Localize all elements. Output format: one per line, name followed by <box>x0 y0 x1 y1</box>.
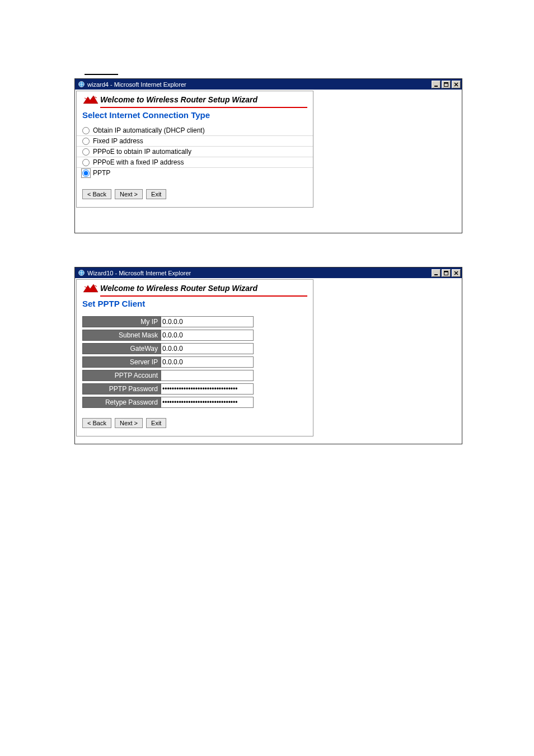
maximize-button[interactable] <box>442 81 451 88</box>
label-gateway: GateWay <box>82 343 161 354</box>
label-myip: My IP <box>82 316 161 327</box>
ie-icon <box>77 269 85 277</box>
back-button[interactable]: < Back <box>82 418 111 428</box>
section-heading: Set PPTP Client <box>77 299 313 312</box>
content-panel: Welcome to Wireless Router Setup Wizard … <box>76 279 313 436</box>
ie-icon <box>77 81 85 88</box>
titlebar: wizard4 - Microsoft Internet Explorer <box>75 79 462 90</box>
minimize-button[interactable] <box>432 269 441 277</box>
next-button[interactable]: Next > <box>115 418 143 428</box>
input-serverip[interactable] <box>161 356 254 368</box>
window-wizard4: wizard4 - Microsoft Internet Explorer We… <box>74 78 462 233</box>
option-label: PPPoE with a fixed IP address <box>93 158 184 166</box>
close-button[interactable] <box>452 81 461 88</box>
exit-button[interactable]: Exit <box>146 418 166 428</box>
window-title: wizard4 - Microsoft Internet Explorer <box>87 81 432 88</box>
close-button[interactable] <box>452 269 461 277</box>
svg-rect-7 <box>444 271 448 272</box>
red-divider <box>100 295 307 297</box>
svg-rect-5 <box>434 274 438 275</box>
connection-options: Obtain IP automatically (DHCP client) Fi… <box>77 123 313 184</box>
option-pppoe-fixed[interactable]: PPPoE with a fixed IP address <box>77 157 313 168</box>
option-pppoe-auto[interactable]: PPPoE to obtain IP automatically <box>77 147 313 157</box>
minimize-button[interactable] <box>432 81 441 88</box>
label-serverip: Server IP <box>82 356 161 368</box>
content-panel: Welcome to Wireless Router Setup Wizard … <box>76 91 313 208</box>
input-myip[interactable] <box>161 316 254 327</box>
label-password: PPTP Password <box>82 383 161 395</box>
option-fixed-ip[interactable]: Fixed IP address <box>77 136 313 147</box>
back-button[interactable]: < Back <box>82 189 111 199</box>
label-subnet: Subnet Mask <box>82 330 161 341</box>
input-gateway[interactable] <box>161 343 254 354</box>
exit-button[interactable]: Exit <box>146 189 166 199</box>
svg-rect-1 <box>434 86 438 87</box>
option-dhcp[interactable]: Obtain IP automatically (DHCP client) <box>77 125 313 136</box>
radio-fixed-ip[interactable] <box>82 138 90 145</box>
radio-pppoe-fixed[interactable] <box>82 159 90 166</box>
option-pptp[interactable]: PPTP <box>77 168 313 178</box>
option-label: PPPoE to obtain IP automatically <box>93 148 191 156</box>
window-title: Wizard10 - Microsoft Internet Explorer <box>87 270 432 276</box>
section-heading: Select Internet Connection Type <box>77 110 313 123</box>
pptp-form: My IP Subnet Mask GateWay Server IP <box>77 312 313 412</box>
label-repassword: Retype Password <box>82 397 161 408</box>
svg-rect-3 <box>444 82 448 83</box>
input-password[interactable] <box>161 383 254 395</box>
radio-pppoe-auto[interactable] <box>82 148 90 156</box>
titlebar: Wizard10 - Microsoft Internet Explorer <box>75 267 462 278</box>
option-label: Obtain IP automatically (DHCP client) <box>93 126 205 134</box>
input-subnet[interactable] <box>161 330 254 341</box>
input-repassword[interactable] <box>161 397 254 408</box>
next-button[interactable]: Next > <box>115 189 143 199</box>
maximize-button[interactable] <box>442 269 451 277</box>
wizard-logo-icon <box>82 282 99 294</box>
welcome-heading: Welcome to Wireless Router Setup Wizard <box>100 284 257 293</box>
window-wizard10: Wizard10 - Microsoft Internet Explorer W… <box>74 267 462 444</box>
option-label: Fixed IP address <box>93 137 143 145</box>
radio-dhcp[interactable] <box>82 127 90 134</box>
input-account[interactable] <box>161 370 254 381</box>
welcome-heading: Welcome to Wireless Router Setup Wizard <box>100 95 257 104</box>
option-label: PPTP <box>93 169 110 177</box>
radio-pptp[interactable] <box>82 170 90 177</box>
wizard-logo-icon <box>82 93 99 106</box>
top-divider <box>85 74 118 75</box>
label-account: PPTP Account <box>82 370 161 381</box>
red-divider <box>100 107 307 108</box>
